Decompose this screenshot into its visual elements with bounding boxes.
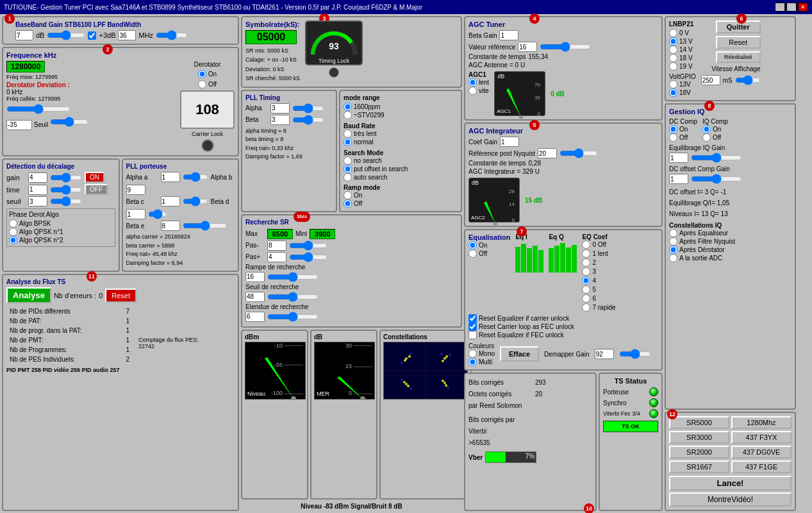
mode-stv-radio[interactable] — [344, 111, 352, 119]
equil-iq-input[interactable] — [669, 153, 688, 163]
reset-carrier-check[interactable] — [468, 323, 477, 331]
on-button[interactable]: ON — [85, 172, 104, 183]
off-button[interactable]: OFF — [85, 184, 108, 195]
seuil-slider[interactable] — [50, 117, 88, 127]
derot-off-radio[interactable] — [198, 80, 206, 88]
pas-minus-input[interactable] — [267, 240, 286, 251]
voltgpio-18-radio[interactable] — [669, 88, 677, 97]
beta-e-input[interactable] — [161, 221, 180, 231]
detection-gain-slider[interactable] — [50, 172, 82, 183]
beta-d-slider[interactable] — [148, 209, 167, 219]
eq-coef-4-radio[interactable] — [582, 276, 590, 285]
lnb-19v-radio[interactable] — [669, 62, 677, 71]
lnb-0v-radio[interactable] — [669, 29, 677, 37]
voltgpio-13-radio[interactable] — [669, 80, 677, 88]
beta-tuner-input[interactable] — [499, 30, 518, 40]
pas-plus-slider[interactable] — [289, 252, 327, 262]
detection-seuil-slider[interactable] — [50, 196, 82, 206]
eq-on-radio[interactable] — [468, 241, 477, 249]
lance-button[interactable]: Lance! — [669, 476, 791, 491]
no-search-radio[interactable] — [344, 156, 352, 165]
dc-comp-on-radio[interactable] — [669, 125, 677, 133]
algo-qpsk2-radio[interactable] — [9, 236, 17, 244]
demapper-slider[interactable] — [619, 349, 651, 359]
sr1280-button[interactable]: 1280Mhz — [731, 416, 791, 429]
dg0ve-button[interactable]: 437 DG0VE — [731, 446, 791, 458]
montre-video-button[interactable]: MontreVidéo! — [669, 492, 791, 507]
algo-qpsk1-radio[interactable] — [9, 228, 17, 236]
put-offset-radio[interactable] — [344, 165, 352, 173]
const-eq-radio[interactable] — [669, 229, 677, 237]
dc-offset-input[interactable] — [669, 174, 688, 184]
eq-coef-5-radio[interactable] — [582, 285, 590, 294]
pll-beta-input[interactable] — [270, 115, 290, 125]
ramp-slider[interactable] — [267, 272, 319, 282]
detection-seuil-input[interactable] — [28, 196, 47, 206]
auto-search-radio[interactable] — [344, 173, 352, 181]
f1ge-button[interactable]: 437 F1GE — [731, 460, 791, 473]
pll-beta-slider[interactable] — [292, 115, 324, 125]
iq-comp-on-radio[interactable] — [702, 125, 711, 133]
lnb-14v-radio[interactable] — [669, 46, 677, 54]
pas-minus-slider[interactable] — [289, 240, 327, 251]
alpha-b-input[interactable] — [126, 185, 145, 195]
detection-gain-input[interactable] — [28, 172, 47, 183]
maximize-button[interactable]: □ — [786, 3, 797, 12]
seuil-rech-input[interactable] — [245, 292, 265, 302]
efface-button[interactable]: Efface — [500, 346, 539, 362]
f3yx-button[interactable]: 437 F3YX — [731, 431, 791, 444]
eq-coef-6-radio[interactable] — [582, 294, 590, 303]
iq-comp-off-radio[interactable] — [702, 133, 711, 142]
eq-coef-7-radio[interactable] — [582, 303, 590, 312]
freq-slider[interactable] — [6, 104, 70, 114]
lpf-check[interactable] — [88, 31, 96, 40]
lpf-input[interactable] — [118, 30, 136, 40]
valref-tuner-slider[interactable] — [540, 42, 591, 52]
mode-1600-radio[interactable] — [344, 103, 352, 111]
baud-lent-radio[interactable] — [344, 130, 352, 138]
analyse-button[interactable]: Analyse — [6, 287, 51, 303]
equil-iq-slider[interactable] — [691, 153, 742, 163]
reset-button[interactable]: Reset — [716, 36, 761, 49]
multi-radio[interactable] — [468, 358, 477, 366]
vitesse-input[interactable] — [701, 75, 720, 85]
beta-c-slider[interactable] — [183, 196, 208, 206]
seuil-input[interactable] — [6, 120, 32, 130]
gain-slider[interactable] — [47, 31, 85, 40]
derot-on-radio[interactable] — [198, 70, 206, 78]
beta-e-slider[interactable] — [183, 221, 228, 231]
beta-c-input[interactable] — [161, 196, 180, 206]
alpha-a-input[interactable] — [161, 172, 180, 182]
agc1-vite-radio[interactable] — [468, 87, 477, 95]
seuil-rech-slider[interactable] — [267, 292, 319, 302]
lnb-13v-radio[interactable] — [669, 37, 677, 46]
reset-eq-check[interactable] — [468, 314, 477, 323]
analyse-reset-button[interactable]: Reset — [105, 289, 137, 303]
alpha-a-slider[interactable] — [183, 172, 208, 182]
valref-tuner-input[interactable] — [518, 42, 537, 52]
eq-coef-0-radio[interactable] — [582, 240, 590, 249]
algo-bpsk-radio[interactable] — [9, 219, 17, 228]
const-der-radio[interactable] — [669, 246, 677, 254]
etendue-input[interactable] — [245, 312, 265, 322]
pas-plus-input[interactable] — [267, 252, 286, 262]
ref-int-slider[interactable] — [559, 148, 598, 158]
vitesse-slider[interactable] — [735, 75, 761, 85]
ref-int-input[interactable] — [538, 148, 557, 158]
sr3000-button[interactable]: SR3000 — [669, 431, 729, 444]
baud-normal-radio[interactable] — [344, 138, 352, 146]
eq-off-radio[interactable] — [468, 249, 477, 258]
agc1-lent-radio[interactable] — [468, 78, 477, 87]
etendue-slider[interactable] — [267, 312, 319, 322]
sr2000-button[interactable]: SR2000 — [669, 446, 729, 458]
ramp-input[interactable] — [245, 272, 265, 282]
mono-radio[interactable] — [468, 349, 477, 358]
lpf-slider[interactable] — [156, 30, 188, 40]
ramp-off-radio[interactable] — [344, 199, 352, 208]
pll-alpha-input[interactable] — [270, 103, 290, 114]
const-nyq-radio[interactable] — [669, 237, 677, 246]
coef-int-input[interactable] — [500, 137, 519, 147]
beta-d-input[interactable] — [126, 209, 145, 219]
detection-time-input[interactable] — [28, 185, 47, 195]
gain-input[interactable] — [15, 30, 33, 40]
